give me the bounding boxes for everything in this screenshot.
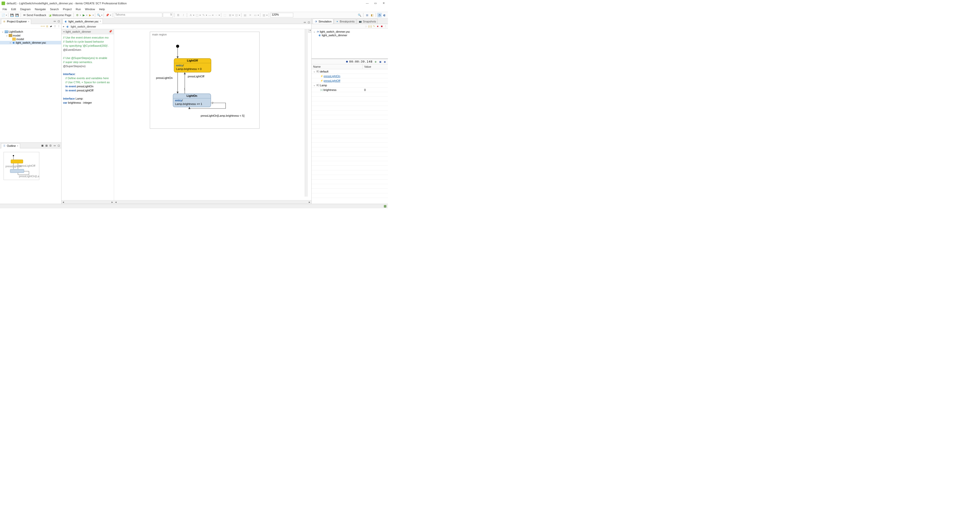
- simulation-tab[interactable]: ◔ Simulation: [313, 19, 333, 24]
- var-group-default[interactable]: ⌄≣}default: [312, 69, 388, 74]
- menu-navigate[interactable]: Navigate: [33, 7, 47, 11]
- menu-project[interactable]: Project: [62, 7, 73, 11]
- sim-root[interactable]: ⌄ ◔ light_switch_dimmer.ysc: [312, 30, 388, 33]
- project-explorer-tab[interactable]: ⊞ Project Explorer ×: [1, 19, 31, 24]
- collapse-all-icon[interactable]: ⊟: [46, 25, 49, 28]
- arrow-icon[interactable]: →: [214, 13, 218, 18]
- run-icon[interactable]: ▶: [81, 13, 86, 18]
- var-col-name[interactable]: Name: [312, 64, 363, 69]
- palette-toggle-icon[interactable]: ◂: [308, 29, 311, 33]
- sim-stop-icon[interactable]: ■: [376, 25, 379, 28]
- run-last-icon[interactable]: ▶: [88, 13, 92, 18]
- snapshots-tab[interactable]: 📷 Snapshots: [357, 19, 378, 24]
- tree-file-ysc[interactable]: › ◐ light_switch_dimmer.ysc: [0, 41, 61, 45]
- nav-arrows[interactable]: ⇦⇨: [41, 25, 45, 27]
- send-feedback-button[interactable]: ✉ Send Feedback: [22, 14, 47, 17]
- sim-time-add-icon[interactable]: ⊕: [374, 60, 377, 63]
- outline-mode2-icon[interactable]: ▤: [45, 144, 48, 147]
- bold-icon[interactable]: B: [176, 13, 180, 18]
- scroll-left-icon[interactable]: ◂: [62, 201, 65, 204]
- debug-icon[interactable]: ⚙: [75, 13, 80, 18]
- filter-icon[interactable]: ▽: [53, 25, 56, 28]
- scroll-left-icon[interactable]: ◂: [114, 201, 118, 204]
- perspective-button[interactable]: ⊞: [365, 13, 369, 18]
- link-editor-icon[interactable]: ⇄: [49, 25, 52, 28]
- maximize-button[interactable]: ▭: [374, 2, 377, 5]
- menu-search[interactable]: Search: [48, 7, 60, 11]
- menu-run[interactable]: Run: [74, 7, 83, 11]
- close-icon[interactable]: ×: [28, 20, 29, 23]
- welcome-page-button[interactable]: ◪ Welcome Page: [48, 14, 72, 17]
- tree-project[interactable]: ⌄ LightSwitch: [0, 30, 61, 33]
- crumb-expand-icon[interactable]: ▸: [63, 25, 65, 28]
- new-icon[interactable]: 📄: [1, 13, 6, 18]
- zoom-select[interactable]: 120%: [270, 13, 293, 18]
- sim-terminate-icon[interactable]: ⏹: [380, 25, 383, 28]
- definition-editor[interactable]: // Use the event driven execution mo // …: [62, 34, 114, 107]
- menu-edit[interactable]: Edit: [10, 7, 18, 11]
- var-event-press-on[interactable]: ⚡pressLightOn: [312, 74, 388, 78]
- tree-model-pkg[interactable]: ⌄ model: [0, 33, 61, 37]
- line-color-icon[interactable]: ✎: [201, 13, 206, 18]
- align-icon[interactable]: ⊞: [228, 13, 232, 18]
- search-icon[interactable]: 🔍: [97, 13, 101, 18]
- definition-header[interactable]: ◂ light_switch_dimmer 📌: [62, 29, 114, 34]
- var-label[interactable]: pressLightOn: [324, 75, 340, 78]
- pin-icon[interactable]: 📌: [109, 30, 112, 33]
- sim-perspective-icon[interactable]: ◔: [377, 13, 382, 18]
- scroll-right-icon[interactable]: ▸: [110, 201, 114, 204]
- breakpoints-tab[interactable]: ● Breakpoints: [334, 19, 356, 24]
- sim-menu-icon[interactable]: ⋮: [384, 25, 387, 28]
- line-style-icon[interactable]: —: [207, 13, 212, 18]
- menu-file[interactable]: File: [1, 7, 9, 11]
- var-brightness[interactable]: (x)brightness 0: [312, 88, 388, 92]
- var-event-press-off[interactable]: ⚡pressLightOff: [312, 78, 388, 83]
- font-size-select[interactable]: 9: [163, 13, 173, 18]
- maximize-view-icon[interactable]: ▢: [57, 20, 60, 23]
- var-col-value[interactable]: Value: [363, 64, 388, 69]
- model-perspective-icon[interactable]: ◐: [382, 13, 387, 18]
- sim-child[interactable]: ◐ light_switch_dimmer: [312, 33, 388, 37]
- tree-model-folder[interactable]: model: [0, 37, 61, 41]
- close-icon[interactable]: ×: [17, 145, 18, 147]
- main-region[interactable]: main region LightOff entry/ Lamp.bright: [150, 32, 259, 129]
- sim-time-remove-icon[interactable]: ▣: [379, 60, 382, 63]
- sim-pause-icon[interactable]: ❙❙: [369, 25, 372, 28]
- select-icon[interactable]: ⬚: [223, 13, 227, 18]
- close-icon[interactable]: ×: [100, 20, 101, 23]
- italic-icon[interactable]: I: [181, 13, 186, 18]
- outline-tab[interactable]: ☰ Outline ×: [1, 143, 20, 148]
- order-icon[interactable]: ▤: [243, 13, 247, 18]
- save-icon[interactable]: 💾: [10, 13, 14, 18]
- distribute-icon[interactable]: ⊡: [234, 13, 239, 18]
- close-button[interactable]: ✕: [382, 2, 385, 5]
- view-menu-icon[interactable]: ⋮: [57, 25, 60, 28]
- font-select[interactable]: Tahoma: [114, 13, 162, 18]
- sim-resume-icon[interactable]: ▷: [365, 25, 368, 28]
- status-icon[interactable]: [384, 205, 387, 207]
- crumb-label[interactable]: light_switch_dimmer: [71, 25, 96, 28]
- sim-step-icon[interactable]: ↷: [372, 25, 375, 28]
- outline-mode1-icon[interactable]: ▦: [41, 144, 44, 147]
- search-global-icon[interactable]: 🔍: [357, 13, 362, 18]
- menu-window[interactable]: Window: [83, 7, 97, 11]
- outline-mode3-icon[interactable]: ⊡: [49, 144, 52, 147]
- pin-icon[interactable]: 📌: [105, 13, 110, 18]
- outline-preview[interactable]: pressLightOn pressLightOff pressLightOn[…: [0, 148, 61, 204]
- group-icon[interactable]: ▭: [253, 13, 258, 18]
- var-group-lamp[interactable]: ⌄≣}Lamp: [312, 83, 388, 88]
- var-label[interactable]: pressLightOff: [324, 79, 340, 82]
- autosize-icon[interactable]: ✕: [248, 13, 252, 18]
- perspective-sct-icon[interactable]: ◧: [370, 13, 374, 18]
- maximize-view-icon[interactable]: ▢: [57, 144, 60, 147]
- sim-time-reset-icon[interactable]: ◉: [383, 60, 387, 63]
- maximize-editor-icon[interactable]: ▢: [307, 21, 310, 24]
- var-value[interactable]: 0: [363, 88, 388, 91]
- scroll-right-icon[interactable]: ▸: [308, 201, 311, 204]
- minimize-view-icon[interactable]: ▭: [53, 20, 56, 23]
- minimize-view-icon[interactable]: ▭: [53, 144, 56, 147]
- save-all-icon[interactable]: 💾: [15, 13, 19, 18]
- layout-icon[interactable]: ▥: [262, 13, 266, 18]
- diagram-canvas[interactable]: main region LightOff entry/ Lamp.bright: [114, 29, 311, 200]
- vscroll[interactable]: [305, 29, 308, 197]
